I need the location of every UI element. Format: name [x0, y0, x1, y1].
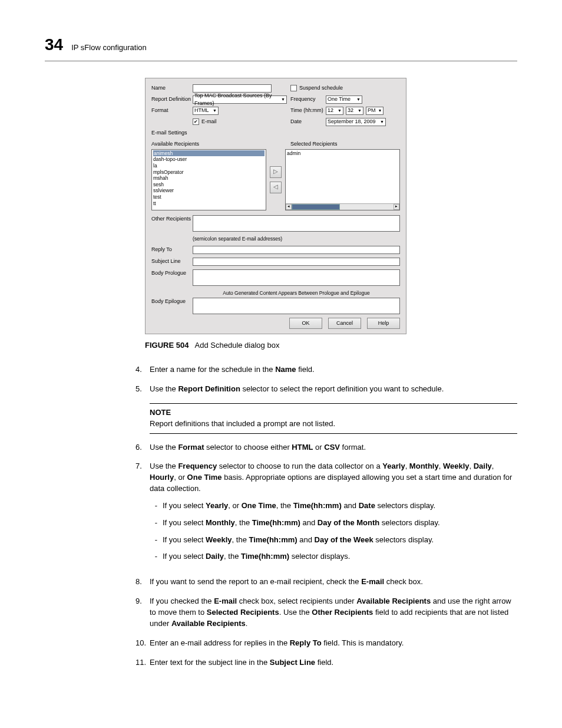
body-prologue-label: Body Prologue — [151, 269, 193, 286]
cancel-button[interactable]: Cancel — [328, 318, 361, 329]
list-item[interactable]: mplsOperator — [153, 169, 265, 176]
subject-line-input[interactable] — [193, 258, 400, 266]
suspend-schedule-label: Suspend schedule — [299, 84, 343, 92]
email-checkbox[interactable]: ✔ — [193, 118, 199, 125]
body-prologue-input[interactable] — [193, 269, 400, 286]
step-11: 11. Enter text for the subject line in t… — [135, 657, 517, 668]
page-number: 34 — [45, 33, 63, 57]
date-label: Date — [290, 118, 326, 126]
move-left-button[interactable]: ◁ — [270, 182, 282, 193]
available-recipients-listbox[interactable]: animesh dash-topo-user la mplsOperator m… — [151, 149, 266, 210]
add-schedule-dialog: Name Suspend schedule Report Definition … — [145, 78, 406, 335]
format-label: Format — [151, 107, 193, 114]
list-item[interactable]: sslviewer — [153, 187, 265, 194]
name-input[interactable] — [193, 84, 272, 93]
auto-gen-hint: Auto Generated Content Appears Between P… — [193, 289, 400, 297]
ok-button[interactable]: OK — [289, 318, 322, 329]
page-header: 34 IP sFlow configuration — [45, 33, 517, 61]
step-7-sublist: - If you select Yearly, or One Time, the… — [150, 500, 517, 562]
chevron-down-icon: ▼ — [338, 108, 342, 114]
sub-item: - If you select Monthly, the Time(hh:mm)… — [150, 518, 517, 529]
chevron-down-icon: ▼ — [380, 119, 384, 125]
selected-recipients-label: Selected Recipients — [290, 140, 338, 148]
scroll-left-icon[interactable]: ◂ — [286, 204, 292, 210]
available-recipients-label: Available Recipients — [151, 140, 290, 148]
sub-item: - If you select Yearly, or One Time, the… — [150, 500, 517, 512]
date-select[interactable]: September 18, 2009▼ — [326, 118, 386, 126]
sub-item: - If you select Daily, the Time(hh:mm) s… — [150, 551, 517, 562]
figure-add-schedule: Name Suspend schedule Report Definition … — [145, 78, 517, 335]
list-item[interactable]: mshah — [153, 175, 265, 182]
chevron-down-icon: ▼ — [378, 108, 382, 114]
step-5: 5. Use the Report Definition selector to… — [135, 384, 517, 395]
suspend-schedule-checkbox[interactable] — [290, 85, 297, 91]
list-item[interactable]: animesh — [153, 150, 265, 157]
reply-to-label: Reply To — [151, 246, 193, 254]
email-settings-label: E-mail Settings — [151, 129, 400, 137]
list-item[interactable]: dash-topo-user — [153, 156, 265, 163]
list-item[interactable]: test — [153, 194, 265, 200]
help-button[interactable]: Help — [367, 318, 400, 329]
step-6: 6. Use the Format selector to choose eit… — [135, 442, 517, 453]
scroll-right-icon[interactable]: ▸ — [394, 204, 399, 210]
reply-to-input[interactable] — [193, 246, 400, 254]
step-8: 8. If you want to send the report to an … — [135, 577, 517, 588]
scroll-thumb[interactable] — [292, 204, 340, 210]
chevron-down-icon: ▼ — [358, 108, 362, 114]
list-item[interactable]: tt — [153, 200, 265, 207]
subject-line-label: Subject Line — [151, 258, 193, 266]
frequency-select[interactable]: One Time▼ — [326, 95, 362, 104]
body-epilogue-input[interactable] — [193, 298, 400, 314]
time-hh-select[interactable]: 12▼ — [326, 107, 343, 115]
email-label: E-mail — [201, 118, 217, 126]
name-label: Name — [151, 84, 193, 92]
list-item[interactable]: sesh — [153, 182, 265, 188]
report-definition-select[interactable]: Top MAC Broadcast Sources (By Frames)▼ — [193, 95, 287, 104]
frequency-label: Frequency — [290, 95, 326, 103]
steps-list-2: 6. Use the Format selector to choose eit… — [135, 442, 517, 668]
chevron-down-icon: ▼ — [213, 108, 217, 114]
figure-caption: FIGURE 504 Add Schedule dialog box — [145, 340, 517, 351]
note-heading: NOTE — [150, 407, 517, 419]
move-right-button[interactable]: ▷ — [270, 166, 282, 178]
format-select[interactable]: HTML▼ — [193, 107, 219, 115]
time-ampm-select[interactable]: PM▼ — [366, 107, 384, 115]
steps-list: 4. Enter a name for the schedule in the … — [135, 364, 517, 395]
body-epilogue-label: Body Epilogue — [151, 298, 193, 314]
chevron-down-icon: ▼ — [356, 97, 361, 103]
chevron-down-icon: ▼ — [281, 97, 285, 103]
step-4: 4. Enter a name for the schedule in the … — [135, 364, 517, 375]
step-10: 10. Enter an e-mail address for replies … — [135, 638, 517, 649]
sub-item: - If you select Weekly, the Time(hh:mm) … — [150, 535, 517, 546]
other-recipients-input[interactable] — [193, 215, 400, 232]
page: 34 IP sFlow configuration Name Suspend s… — [0, 0, 562, 728]
section-title: IP sFlow configuration — [71, 42, 147, 54]
time-label: Time (hh:mm) — [290, 107, 326, 114]
selected-recipients-listbox[interactable]: admin ◂ ▸ — [285, 149, 400, 210]
list-item[interactable]: la — [153, 163, 265, 169]
step-9: 9. If you checked the E-mail check box, … — [135, 596, 517, 630]
other-recipients-label: Other Recipients — [151, 215, 193, 232]
note-text: Report definitions that included a promp… — [150, 419, 517, 430]
list-item[interactable]: admin — [287, 150, 398, 157]
time-mm-select[interactable]: 32▼ — [346, 107, 363, 115]
report-definition-label: Report Definition — [151, 95, 193, 103]
step-7: 7. Use the Frequency selector to choose … — [135, 461, 517, 568]
scrollbar[interactable]: ◂ ▸ — [286, 203, 399, 210]
other-recipients-hint: (semicolon separated E-mail addresses) — [193, 235, 400, 242]
note-block: NOTE Report definitions that included a … — [150, 403, 517, 434]
